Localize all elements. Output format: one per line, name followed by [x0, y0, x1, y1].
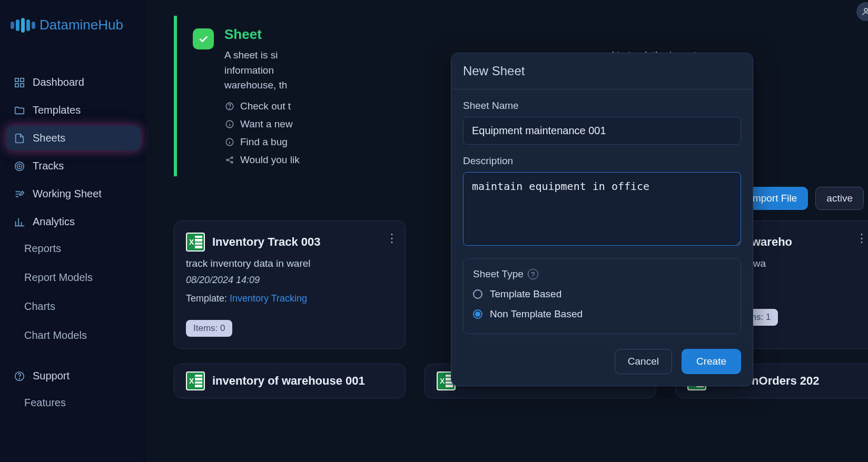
card-menu-icon[interactable]: ⋮: [386, 232, 398, 245]
sheet-type-label: Sheet Type ?: [473, 268, 731, 280]
svg-point-5: [17, 164, 22, 168]
share-icon: [224, 155, 235, 165]
sheet-type-group: Sheet Type ? Template Based Non Template…: [463, 258, 741, 334]
svg-point-6: [19, 166, 20, 167]
card-title: inventory of warehouse 001: [212, 374, 365, 388]
svg-point-15: [231, 157, 233, 158]
sidebar-item-dashboard[interactable]: Dashboard: [6, 70, 141, 95]
svg-point-4: [15, 162, 24, 170]
sidebar-item-support[interactable]: Support: [6, 366, 141, 386]
card-template: Template: Inventory Tracking: [186, 293, 393, 304]
sidebar-item-working-sheet[interactable]: Working Sheet: [6, 182, 141, 206]
sidebar-item-label: Support: [33, 370, 70, 382]
sidebar-item-label: Sheets: [33, 132, 65, 144]
new-sheet-modal: New Sheet Sheet Name Description Sheet T…: [451, 53, 753, 386]
spreadsheet-icon: [186, 371, 205, 390]
subnav-report-models[interactable]: Report Models: [24, 268, 141, 287]
help-icon: [14, 370, 25, 382]
description-label: Description: [463, 155, 741, 167]
folder-icon: [14, 105, 25, 116]
filter-active-button[interactable]: active: [815, 187, 864, 210]
sheet-name-label: Sheet Name: [463, 100, 741, 112]
help-icon[interactable]: ?: [528, 269, 538, 279]
svg-point-16: [231, 162, 233, 163]
sheet-name-input[interactable]: [463, 117, 741, 145]
sidebar-item-label: Dashboard: [33, 76, 84, 88]
card-title: Inventory Track 003: [212, 235, 320, 249]
sidebar-item-templates[interactable]: Templates: [6, 98, 141, 123]
brand-logo-icon: [11, 18, 35, 33]
bars-icon: [14, 216, 25, 228]
sidebar-item-label: Tracks: [33, 160, 64, 172]
sidebar-item-label: Analytics: [33, 216, 75, 228]
help-icon: [224, 101, 235, 112]
subnav-charts[interactable]: Charts: [24, 297, 141, 316]
create-button[interactable]: Create: [682, 349, 741, 374]
target-icon: [14, 160, 25, 172]
modal-title: New Sheet: [451, 53, 753, 89]
sidebar-item-analytics[interactable]: Analytics: [6, 209, 141, 234]
svg-rect-3: [21, 83, 24, 86]
sidebar-item-features[interactable]: Features: [6, 397, 141, 409]
svg-rect-2: [15, 83, 18, 86]
radio-non-template-based[interactable]: Non Template Based: [473, 308, 731, 320]
intro-title: Sheet: [224, 26, 751, 43]
brand-name: DatamineHub: [40, 17, 123, 33]
info-icon: [224, 119, 235, 129]
sidebar-item-tracks[interactable]: Tracks: [6, 154, 141, 178]
svg-rect-1: [21, 78, 24, 81]
svg-rect-0: [15, 78, 18, 81]
sidebar-item-sheets[interactable]: Sheets: [6, 126, 141, 150]
card-template-link[interactable]: Inventory Tracking: [230, 293, 307, 304]
card-menu-icon[interactable]: ⋮: [856, 232, 867, 245]
sidebar: DatamineHub Dashboard Templates Sheets: [0, 0, 147, 462]
check-icon: [193, 28, 214, 49]
radio-icon: [473, 289, 482, 299]
sidebar-item-label: Working Sheet: [33, 188, 102, 200]
radio-icon: [473, 309, 482, 319]
subnav-chart-models[interactable]: Chart Models: [24, 326, 141, 345]
sidebar-item-label: Templates: [33, 104, 81, 116]
analytics-subnav: Reports Report Models Charts Chart Model…: [6, 239, 141, 345]
spreadsheet-icon: [186, 233, 205, 252]
items-badge: Items: 0: [186, 320, 232, 337]
subnav-reports[interactable]: Reports: [24, 239, 141, 258]
primary-nav: Dashboard Templates Sheets Tracks: [6, 70, 141, 234]
brand-logo[interactable]: DatamineHub: [6, 11, 141, 49]
info-icon: [224, 137, 235, 147]
description-textarea[interactable]: [463, 172, 741, 246]
file-icon: [14, 133, 25, 144]
sheet-card[interactable]: inventory of warehouse 001: [174, 364, 406, 398]
grid-icon: [14, 77, 25, 88]
card-description: track inventory data in warel: [186, 258, 393, 269]
support-block: Support Features: [6, 366, 141, 409]
svg-point-11: [230, 108, 230, 108]
main-content: Sheet A sheet is si ....................…: [147, 0, 868, 462]
svg-point-14: [226, 159, 228, 160]
cancel-button[interactable]: Cancel: [615, 349, 672, 374]
svg-point-8: [19, 378, 19, 379]
edit-lines-icon: [14, 188, 25, 200]
svg-point-9: [864, 8, 867, 12]
sheet-card[interactable]: ⋮ Inventory Track 003 track inventory da…: [174, 220, 406, 349]
card-date: 08/20/2024 14:09: [186, 275, 393, 286]
radio-template-based[interactable]: Template Based: [473, 288, 731, 300]
